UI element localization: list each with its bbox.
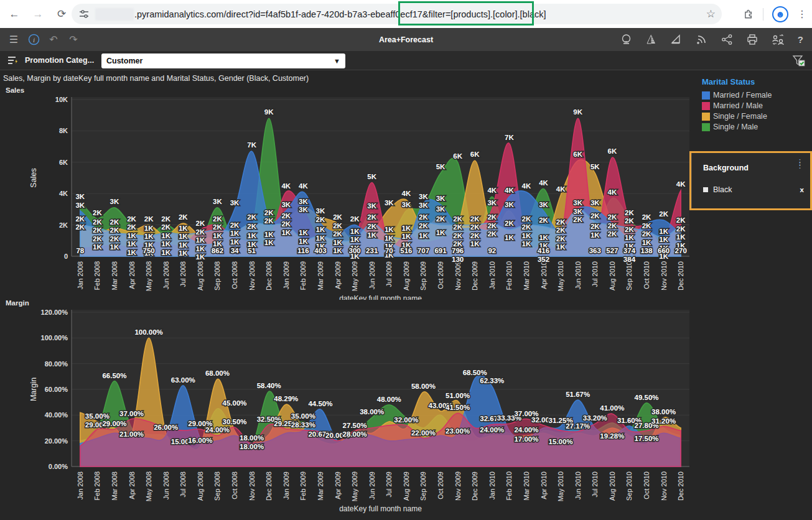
customer-dropdown[interactable]: Customer ▼ bbox=[101, 53, 345, 68]
svg-text:1K: 1K bbox=[127, 249, 136, 256]
svg-text:2K: 2K bbox=[110, 226, 119, 234]
legend-item[interactable]: Single / Female bbox=[702, 112, 812, 121]
svg-text:2K: 2K bbox=[75, 215, 85, 223]
legend-swatch bbox=[702, 123, 710, 131]
svg-text:30.50%: 30.50% bbox=[223, 418, 247, 425]
svg-text:6K: 6K bbox=[573, 151, 582, 158]
svg-text:Dec 2008: Dec 2008 bbox=[265, 471, 273, 501]
svg-text:Dec 2009: Dec 2009 bbox=[471, 261, 478, 290]
svg-text:Oct 2008: Oct 2008 bbox=[231, 471, 238, 499]
signal-rss-icon[interactable] bbox=[696, 34, 708, 45]
svg-text:2K: 2K bbox=[487, 222, 497, 230]
svg-text:27.50%: 27.50% bbox=[343, 422, 367, 429]
svg-text:3K: 3K bbox=[573, 199, 582, 207]
ruler-icon[interactable] bbox=[670, 34, 683, 45]
svg-text:2K: 2K bbox=[93, 218, 102, 226]
browser-menu-icon[interactable]: ⋮ bbox=[797, 8, 807, 20]
undo-icon[interactable]: ↶ bbox=[44, 32, 63, 48]
legend-item[interactable]: Married / Male bbox=[702, 101, 812, 110]
hamburger-menu-icon[interactable]: ☰ bbox=[4, 32, 24, 48]
svg-text:2K: 2K bbox=[333, 213, 342, 221]
background-filter-chip[interactable]: Black x bbox=[703, 185, 804, 194]
svg-text:38.00%: 38.00% bbox=[651, 408, 676, 416]
svg-text:1K: 1K bbox=[522, 232, 531, 239]
profile-avatar[interactable]: ☻ bbox=[772, 6, 788, 22]
svg-text:2K: 2K bbox=[625, 226, 634, 233]
svg-text:2K: 2K bbox=[110, 218, 119, 226]
svg-text:3K: 3K bbox=[75, 193, 85, 200]
svg-text:Oct 2008: Oct 2008 bbox=[231, 261, 238, 289]
svg-text:17.50%: 17.50% bbox=[635, 435, 659, 442]
legend-swatch bbox=[702, 113, 710, 121]
legend-item[interactable]: Single / Male bbox=[702, 123, 812, 131]
forward-icon[interactable]: → bbox=[29, 5, 47, 24]
redo-icon[interactable]: ↷ bbox=[63, 32, 83, 48]
svg-text:Aug 2009: Aug 2009 bbox=[403, 261, 410, 290]
svg-text:Oct 2010: Oct 2010 bbox=[643, 261, 650, 289]
svg-text:750: 750 bbox=[143, 247, 155, 254]
svg-text:Apr 2010: Apr 2010 bbox=[540, 261, 548, 289]
svg-text:2K: 2K bbox=[247, 223, 256, 230]
svg-text:2K: 2K bbox=[453, 215, 462, 223]
svg-text:Nov 2009: Nov 2009 bbox=[454, 471, 462, 501]
svg-text:2K: 2K bbox=[213, 215, 222, 223]
swap-users-icon[interactable] bbox=[772, 34, 785, 45]
svg-text:2K: 2K bbox=[625, 217, 634, 225]
svg-text:516: 516 bbox=[400, 247, 412, 254]
svg-text:66.50%: 66.50% bbox=[102, 372, 126, 379]
svg-text:23.00%: 23.00% bbox=[446, 427, 470, 435]
remove-filter-icon[interactable]: x bbox=[800, 186, 804, 193]
svg-text:416: 416 bbox=[538, 247, 549, 254]
svg-text:Nov 2009: Nov 2009 bbox=[454, 261, 462, 290]
svg-text:Jun 2008: Jun 2008 bbox=[162, 471, 170, 499]
extensions-icon[interactable] bbox=[743, 9, 754, 20]
svg-text:3K: 3K bbox=[573, 208, 582, 215]
help-icon[interactable]: ? bbox=[798, 34, 803, 45]
svg-text:May 2010: May 2010 bbox=[557, 261, 564, 291]
site-settings-icon[interactable] bbox=[79, 9, 89, 19]
svg-text:2K: 2K bbox=[487, 230, 497, 238]
svg-text:48.29%: 48.29% bbox=[274, 395, 298, 402]
svg-text:1K: 1K bbox=[281, 229, 291, 236]
svg-text:Sales: Sales bbox=[29, 168, 38, 187]
svg-text:Oct 2010: Oct 2010 bbox=[643, 471, 650, 499]
share-icon[interactable] bbox=[721, 34, 733, 45]
svg-text:Jul 2008: Jul 2008 bbox=[179, 471, 187, 498]
info-icon[interactable]: i bbox=[24, 32, 44, 48]
sales-area-chart[interactable]: 02K4K6K8K10KJan 2008Feb 2008Mar 2008Apr … bbox=[0, 91, 694, 300]
svg-text:2K: 2K bbox=[436, 215, 446, 223]
print-icon[interactable] bbox=[746, 34, 758, 45]
svg-text:4K: 4K bbox=[299, 182, 308, 190]
url-filter-param: &filter=[products].[color].[black] bbox=[422, 9, 546, 19]
svg-text:Jul 2010: Jul 2010 bbox=[591, 261, 599, 287]
svg-text:Jan 2009: Jan 2009 bbox=[282, 261, 290, 289]
svg-text:1K: 1K bbox=[161, 249, 170, 256]
svg-text:1K: 1K bbox=[316, 234, 325, 242]
svg-text:Margin: Margin bbox=[29, 378, 38, 401]
svg-text:1K: 1K bbox=[110, 243, 119, 251]
crystal-ball-icon[interactable] bbox=[620, 34, 632, 45]
refresh-icon[interactable]: ⟳ bbox=[52, 5, 71, 24]
svg-text:51: 51 bbox=[248, 247, 256, 254]
browser-chrome: ← → ⟳ .pyramidanalytics.com/direct?id=f4… bbox=[0, 0, 812, 28]
legend-item[interactable]: Married / Female bbox=[702, 91, 812, 100]
svg-text:2K: 2K bbox=[608, 213, 617, 221]
svg-text:1K: 1K bbox=[350, 228, 360, 235]
svg-text:2K: 2K bbox=[505, 220, 514, 227]
svg-text:9K: 9K bbox=[264, 108, 274, 116]
url-bar[interactable]: .pyramidanalytics.com/direct?id=f4af5b1f… bbox=[72, 4, 722, 24]
svg-text:Dec 2010: Dec 2010 bbox=[677, 261, 684, 290]
filter-applied-icon[interactable] bbox=[792, 55, 806, 70]
pyramid-icon[interactable] bbox=[645, 34, 657, 45]
svg-text:Feb 2008: Feb 2008 bbox=[93, 261, 101, 290]
panel-menu-icon[interactable]: ⋮⋮ bbox=[796, 160, 804, 167]
bookmark-star-icon[interactable]: ☆ bbox=[706, 7, 716, 21]
svg-text:Jan 2008: Jan 2008 bbox=[77, 471, 84, 499]
margin-area-chart[interactable]: 0.00%20.00%40.00%60.00%80.00%100.00%120.… bbox=[0, 304, 694, 519]
back-icon[interactable]: ← bbox=[5, 5, 24, 24]
slicer-title: Promotion Categ... bbox=[25, 56, 94, 65]
svg-text:Apr 2008: Apr 2008 bbox=[128, 261, 136, 289]
svg-text:Dec 2010: Dec 2010 bbox=[677, 471, 684, 501]
svg-text:1K: 1K bbox=[196, 245, 205, 253]
filter-value: Black bbox=[713, 185, 732, 194]
